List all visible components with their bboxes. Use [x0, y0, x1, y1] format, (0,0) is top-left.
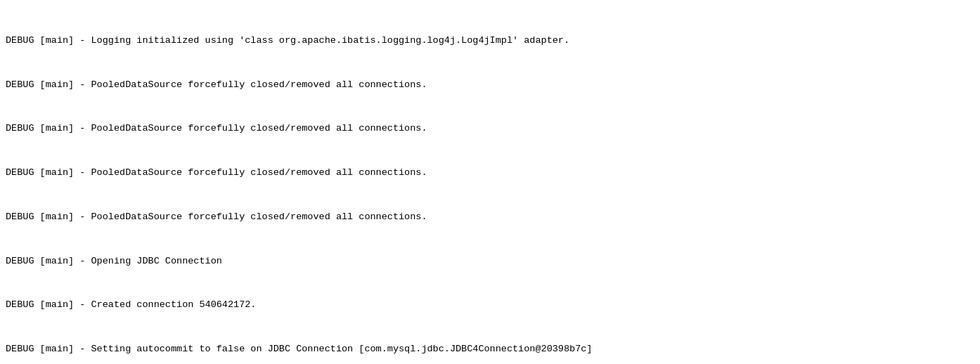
log-line-3: DEBUG [main] - PooledDataSource forceful… — [6, 122, 974, 136]
log-line-1: DEBUG [main] - Logging initialized using… — [6, 34, 974, 48]
log-line-6: DEBUG [main] - Opening JDBC Connection — [6, 254, 974, 269]
log-line-5: DEBUG [main] - PooledDataSource forceful… — [6, 210, 974, 225]
log-line-4: DEBUG [main] - PooledDataSource forceful… — [6, 166, 974, 181]
log-line-2: DEBUG [main] - PooledDataSource forceful… — [6, 78, 974, 93]
log-line-7: DEBUG [main] - Created connection 540642… — [6, 298, 974, 313]
log-line-8: DEBUG [main] - Setting autocommit to fal… — [6, 342, 974, 357]
log-output: DEBUG [main] - Logging initialized using… — [0, 0, 980, 364]
